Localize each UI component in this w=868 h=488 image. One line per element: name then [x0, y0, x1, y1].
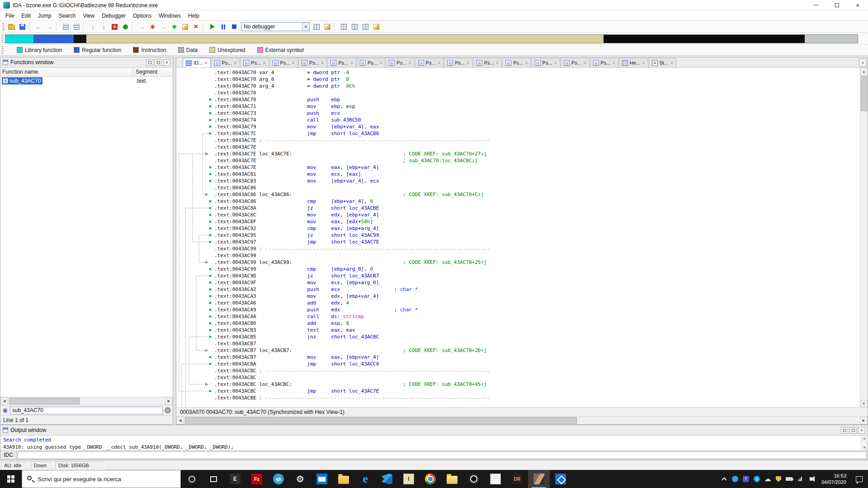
menu-edit[interactable]: Edit — [18, 11, 34, 21]
folder-icon[interactable] — [441, 470, 463, 488]
tab-close-icon[interactable]: × — [496, 61, 499, 66]
tab-overflow-icon[interactable]: » — [859, 59, 867, 66]
edge-icon[interactable]: e — [354, 470, 376, 488]
tray-app-icon[interactable] — [730, 470, 740, 488]
menu-jump[interactable]: Jump — [34, 11, 55, 21]
tab-pseudocode[interactable]: Ps...× — [473, 58, 502, 67]
edit-icon[interactable] — [180, 22, 190, 32]
disassembly-line[interactable]: .text:0043AC73 push ecx — [214, 110, 860, 117]
disassembly-line[interactable]: .text:0043ACB5 jnz short loc_43ACBC — [214, 333, 860, 340]
functions-hscrollbar[interactable]: ◀ ▶ — [0, 397, 173, 405]
battery-icon[interactable] — [784, 470, 794, 488]
maximize-button[interactable] — [826, 0, 847, 10]
jump-address-icon[interactable]: → — [137, 22, 147, 32]
disassembly-line[interactable]: .text:0043AC99 cmp [ebp+arg_0], 0 — [214, 266, 860, 272]
navigate-forward-icon[interactable]: → — [44, 22, 55, 32]
tab-close-icon[interactable]: × — [292, 61, 295, 66]
scroll-up-icon[interactable]: ▲ — [860, 68, 868, 75]
disassembly-line[interactable]: .text:0043ACBA jmp short loc_43ACC0 — [214, 361, 860, 367]
disassembly-line[interactable]: .text:0043ACB3 test eax, eax — [214, 327, 860, 333]
disassembly-line[interactable]: .text:0043AC99 — [214, 252, 860, 259]
tab-close-icon[interactable]: × — [583, 61, 586, 66]
disassembly-line[interactable]: .text:0043AC9F mov ecx, [ebp+arg_0] — [214, 279, 860, 286]
scroll-right-icon[interactable]: ▶ — [165, 397, 173, 405]
navband-segment-unexplored[interactable] — [86, 35, 604, 43]
tab-close-icon[interactable]: × — [350, 61, 353, 66]
action-center-button[interactable] — [850, 470, 868, 488]
mail-icon[interactable] — [311, 470, 333, 488]
float-button[interactable] — [849, 427, 857, 434]
obs-icon[interactable] — [463, 470, 485, 488]
photo-thumbnail-icon[interactable] — [528, 470, 550, 488]
breakpoints-window-icon[interactable] — [339, 22, 349, 32]
idc-button[interactable]: IDC — [0, 450, 17, 460]
navband-segment-regular-functions[interactable] — [33, 35, 74, 43]
disassembly-line[interactable]: .text:0043AC7E ; -----------------------… — [214, 137, 860, 144]
modules-window-icon[interactable] — [360, 22, 371, 32]
tab-close-icon[interactable]: × — [204, 61, 207, 66]
filezilla-icon[interactable]: Fz — [246, 470, 268, 488]
scroll-down-icon[interactable]: ▼ — [860, 400, 868, 407]
jump-function-icon[interactable]: → — [158, 22, 169, 32]
navband-segment-data-region[interactable] — [805, 35, 858, 43]
analysis-indicator-icon[interactable] — [120, 22, 131, 32]
disassembly-line[interactable]: .text:0043ACA2 push ecx ; char * — [214, 286, 860, 293]
navband-segment-library-functions[interactable] — [5, 35, 33, 43]
disassembly-line[interactable]: .text:0043AC7E mov eax, [ebp+var_4] — [214, 164, 860, 171]
scroll-right-icon[interactable]: ▶ — [860, 417, 868, 424]
cortana-button[interactable] — [181, 470, 203, 488]
disassembly-line[interactable]: .text:0043AC99 loc_43AC99: ; CODE XREF: … — [214, 259, 860, 266]
disassembly-line[interactable]: .text:0043AC70 arg_4 = dword ptr 0Ch — [214, 83, 860, 89]
photos-app-icon[interactable] — [550, 470, 571, 488]
disassembly-line[interactable]: .text:0043AC7C jmp short loc_43AC86 — [214, 130, 860, 137]
disassembly-line[interactable]: .text:0043ACA3 mov edx, [ebp+var_4] — [214, 293, 860, 300]
onedrive-icon[interactable]: ☁ — [763, 470, 773, 488]
file-explorer-icon[interactable] — [333, 470, 354, 488]
trace-add-icon[interactable]: ∗ — [169, 22, 179, 32]
disassembly-hscrollbar[interactable]: ◀ ▶ — [176, 416, 868, 424]
tab-close-icon[interactable]: × — [263, 61, 265, 66]
tab-pseudocode[interactable]: Ps...× — [298, 58, 327, 67]
disassembly-line[interactable]: .text:0043AC8C mov edx, [ebp+var_4] — [214, 211, 860, 218]
disassembly-line[interactable]: .text:0043AC97 jmp short loc_43AC7E — [214, 239, 860, 245]
tray-expand-icon[interactable] — [719, 470, 729, 488]
open-file-icon[interactable] — [6, 22, 17, 32]
disassembly-line[interactable]: .text:0043ACA6 add edx, 4 — [214, 300, 860, 306]
menu-view[interactable]: View — [79, 11, 98, 21]
jump-prev-icon[interactable]: ↕ — [88, 22, 98, 32]
app-dark-icon[interactable]: E — [224, 470, 246, 488]
navband-segment-dark-region[interactable] — [74, 35, 86, 43]
tab-pseudocode[interactable]: Ps...× — [415, 58, 443, 67]
text-search-icon[interactable]: A — [109, 22, 120, 32]
functions-list-icon[interactable] — [61, 22, 71, 32]
disassembly-line[interactable]: .text:0043AC70 arg_0 = dword ptr 8 — [214, 76, 860, 83]
menu-help[interactable]: Help — [184, 11, 203, 21]
disassembly-line[interactable]: .text:0043ACBC loc_43ACBC: ; CODE XREF: … — [214, 381, 860, 388]
debugger-select[interactable]: No debugger▼ — [241, 22, 310, 31]
navband-segment-dark-region-2[interactable] — [604, 35, 805, 43]
disassembly-line[interactable]: .text:0043AC74 call sub_43BC50 — [214, 117, 860, 123]
menu-options[interactable]: Options — [129, 11, 155, 21]
functions-window-titlebar[interactable]: Functions window × — [0, 57, 173, 68]
teams-icon[interactable]: T — [741, 470, 751, 488]
save-icon[interactable] — [17, 22, 28, 32]
tab-pseudocode[interactable]: Ps...× — [386, 58, 414, 67]
navband-grip[interactable] — [1, 35, 4, 43]
davinci-icon[interactable]: DR — [506, 470, 528, 488]
start-process-icon[interactable] — [207, 22, 217, 32]
output-vscrollbar[interactable]: ▲▼ — [861, 436, 868, 450]
scroll-left-icon[interactable]: ◀ — [0, 397, 8, 405]
notepad-icon[interactable] — [485, 470, 506, 488]
qbittorrent-icon[interactable]: qb — [268, 470, 289, 488]
disassembly-vscrollbar[interactable]: ▲ ▼ — [860, 68, 868, 407]
volume-icon[interactable] — [806, 470, 816, 488]
disassembly-line[interactable]: .text:0043ACAA call ds:_stricmp — [214, 313, 860, 320]
tab-hex-view[interactable]: He...× — [619, 58, 648, 67]
disassembly-line[interactable]: .text:0043ACB0 add esp, 8 — [214, 320, 860, 327]
toolbar-grip[interactable] — [2, 23, 5, 31]
tab-pseudocode[interactable]: Ps...× — [444, 58, 472, 67]
start-button[interactable] — [0, 470, 22, 488]
disassembly-line[interactable]: .text:0043AC9D jz short loc_43ACB7 — [214, 272, 860, 279]
close-button[interactable]: × — [847, 0, 868, 10]
disassembly-line[interactable]: .text:0043ACBC jmp short loc_43AC7E — [214, 388, 860, 394]
